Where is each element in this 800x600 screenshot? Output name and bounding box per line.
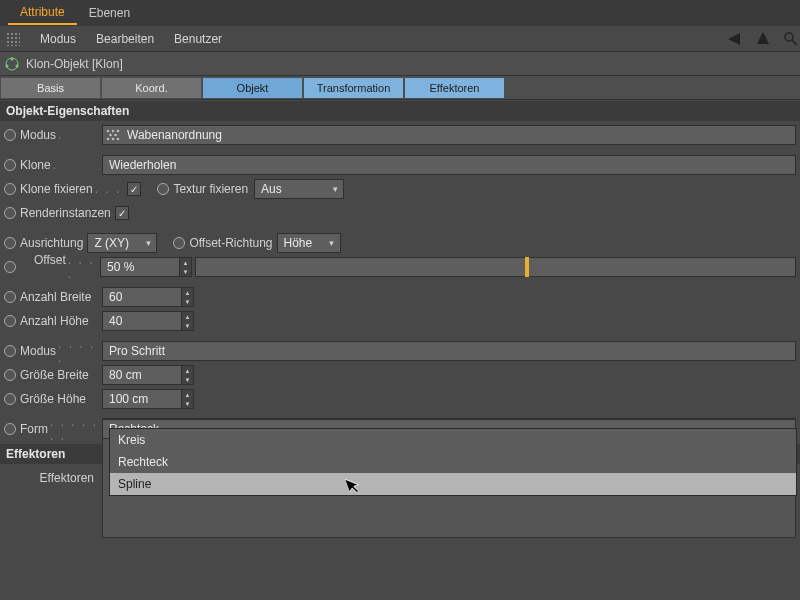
spinner-up-icon: ▲ xyxy=(182,312,193,321)
anzahl-hoehe-spinner[interactable]: ▲▼ xyxy=(182,311,194,331)
anzahl-hoehe-input[interactable]: 40 xyxy=(102,311,182,331)
offset-spinner[interactable]: ▲▼ xyxy=(180,257,192,277)
svg-point-7 xyxy=(16,64,19,67)
label-anzahl-hoehe: Anzahl Höhe xyxy=(20,314,89,328)
label-anzahl-breite: Anzahl Breite xyxy=(20,290,91,304)
dots: . . . . . xyxy=(58,337,100,365)
menu-edit[interactable]: Bearbeiten xyxy=(86,32,164,46)
label-modus2: Modus xyxy=(20,344,56,358)
textur-fixieren-dropdown[interactable]: Aus ▼ xyxy=(254,179,344,199)
anzahl-breite-input[interactable]: 60 xyxy=(102,287,182,307)
label-groesse-hoehe: Größe Höhe xyxy=(20,392,86,406)
spinner-up-icon: ▲ xyxy=(182,390,193,399)
label-groesse-breite: Größe Breite xyxy=(20,368,89,382)
label-textur-fixieren: Textur fixieren xyxy=(173,182,248,196)
anzahl-breite-value: 60 xyxy=(109,290,122,304)
klone-fixieren-checkbox[interactable]: ✓ xyxy=(127,182,141,196)
klone-dropdown[interactable]: Wiederholen xyxy=(102,155,796,175)
anim-dot[interactable] xyxy=(4,291,16,303)
slider-thumb[interactable] xyxy=(525,257,529,277)
nav-up-icon[interactable] xyxy=(754,30,772,48)
anim-dot[interactable] xyxy=(4,369,16,381)
label-modus: Modus xyxy=(20,128,56,142)
anim-dot[interactable] xyxy=(157,183,169,195)
tab-layers[interactable]: Ebenen xyxy=(77,2,142,24)
spinner-down-icon: ▼ xyxy=(182,399,193,408)
ausrichtung-value: Z (XY) xyxy=(94,236,129,250)
anim-dot[interactable] xyxy=(4,183,16,195)
tab-transformation[interactable]: Transformation xyxy=(304,78,403,98)
menu-user[interactable]: Benutzer xyxy=(164,32,232,46)
search-icon[interactable] xyxy=(782,30,800,48)
form-option-rechteck[interactable]: Rechteck xyxy=(110,451,796,473)
honeycomb-icon xyxy=(105,128,121,142)
label-effektoren: Effektoren xyxy=(40,471,94,485)
form-option-kreis[interactable]: Kreis xyxy=(110,429,796,451)
dots: . . . xyxy=(95,182,122,196)
dots: . xyxy=(58,128,63,142)
offset-slider[interactable] xyxy=(195,257,796,277)
nav-back-icon[interactable] xyxy=(726,30,744,48)
offset-value: 50 % xyxy=(107,260,134,274)
svg-line-3 xyxy=(792,40,797,45)
svg-point-5 xyxy=(11,57,14,60)
anim-dot[interactable] xyxy=(4,423,16,435)
spinner-up-icon: ▲ xyxy=(180,258,191,267)
chevron-down-icon: ▼ xyxy=(331,185,339,194)
anzahl-breite-spinner[interactable]: ▲▼ xyxy=(182,287,194,307)
form-option-spline[interactable]: Spline xyxy=(110,473,796,495)
chevron-down-icon: ▼ xyxy=(144,239,152,248)
anim-dot[interactable] xyxy=(173,237,185,249)
svg-point-8 xyxy=(107,130,110,133)
object-title: Klon-Objekt [Klon] xyxy=(26,57,123,71)
anim-dot[interactable] xyxy=(4,393,16,405)
groesse-hoehe-value: 100 cm xyxy=(109,392,148,406)
offset-input[interactable]: 50 % xyxy=(100,257,180,277)
tab-effectors[interactable]: Effektoren xyxy=(405,78,504,98)
menu-mode[interactable]: Modus xyxy=(30,32,86,46)
svg-marker-0 xyxy=(728,33,740,45)
section-object-properties: Objekt-Eigenschaften xyxy=(0,101,800,121)
label-ausrichtung: Ausrichtung xyxy=(20,236,83,250)
anim-dot[interactable] xyxy=(4,159,16,171)
offset-richtung-value: Höhe xyxy=(284,236,313,250)
form-dropdown-list: Kreis Rechteck Spline xyxy=(109,428,797,496)
modus2-dropdown[interactable]: Pro Schritt xyxy=(102,341,796,361)
svg-point-2 xyxy=(785,33,793,41)
label-klone: Klone xyxy=(20,158,51,172)
tab-coord[interactable]: Koord. xyxy=(102,78,201,98)
spinner-down-icon: ▼ xyxy=(182,297,193,306)
label-offset: Offset xyxy=(34,253,66,281)
svg-marker-1 xyxy=(757,32,769,44)
label-klone-fixieren: Klone fixieren xyxy=(20,182,93,196)
dots: . . . . xyxy=(68,253,98,281)
anim-dot[interactable] xyxy=(4,315,16,327)
anzahl-hoehe-value: 40 xyxy=(109,314,122,328)
svg-point-13 xyxy=(107,138,110,141)
tab-object[interactable]: Objekt xyxy=(203,78,302,98)
svg-point-15 xyxy=(117,138,120,141)
svg-point-11 xyxy=(109,134,112,137)
groesse-hoehe-input[interactable]: 100 cm xyxy=(102,389,182,409)
textur-fixieren-value: Aus xyxy=(261,182,282,196)
ausrichtung-dropdown[interactable]: Z (XY) ▼ xyxy=(87,233,157,253)
offset-richtung-dropdown[interactable]: Höhe ▼ xyxy=(277,233,341,253)
tab-basis[interactable]: Basis xyxy=(1,78,100,98)
anim-dot[interactable] xyxy=(4,345,16,357)
groesse-breite-input[interactable]: 80 cm xyxy=(102,365,182,385)
modus-dropdown[interactable]: Wabenanordnung xyxy=(102,125,796,145)
renderinstanzen-checkbox[interactable]: ✓ xyxy=(115,206,129,220)
tab-attributes[interactable]: Attribute xyxy=(8,1,77,25)
anim-dot[interactable] xyxy=(4,237,16,249)
groesse-breite-spinner[interactable]: ▲▼ xyxy=(182,365,194,385)
anim-dot[interactable] xyxy=(4,261,16,273)
dots: . xyxy=(53,158,58,172)
panel-drag-handle[interactable] xyxy=(6,32,20,46)
anim-dot[interactable] xyxy=(4,129,16,141)
anim-dot[interactable] xyxy=(4,207,16,219)
klone-value: Wiederholen xyxy=(109,158,176,172)
label-renderinstanzen: Renderinstanzen xyxy=(20,206,111,220)
groesse-hoehe-spinner[interactable]: ▲▼ xyxy=(182,389,194,409)
chevron-down-icon: ▼ xyxy=(328,239,336,248)
svg-point-14 xyxy=(112,138,115,141)
